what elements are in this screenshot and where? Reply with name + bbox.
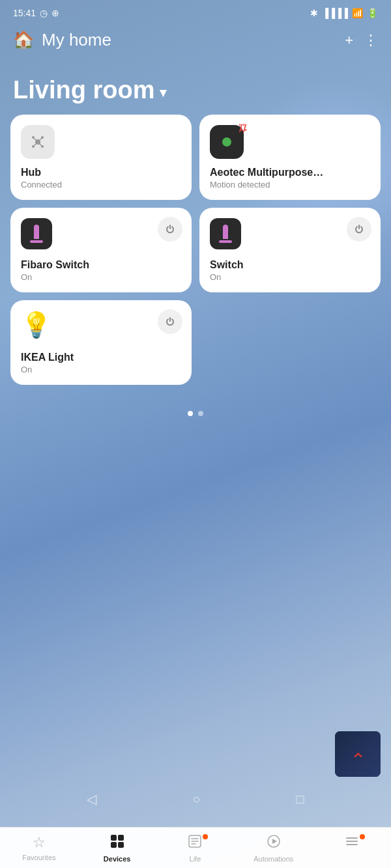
fibaro-icon-area: [21, 218, 181, 249]
wifi-icon: 📶: [352, 8, 363, 18]
life-label: Life: [190, 855, 201, 863]
svg-rect-11: [111, 842, 117, 848]
ikea-status: On: [21, 365, 181, 374]
switch-icon: [210, 218, 241, 249]
nav-item-life[interactable]: Life: [175, 834, 214, 863]
time-display: 15:41: [13, 8, 36, 18]
sync-icon: ⊕: [51, 8, 59, 18]
devices-label: Devices: [104, 855, 131, 863]
home-icon: 🏠: [13, 30, 34, 50]
aeotec-dot: [222, 137, 231, 147]
switch-info: Switch On: [210, 259, 370, 282]
switch-power-button[interactable]: [347, 217, 371, 242]
hub-status: Connected: [21, 180, 181, 189]
ikea-light-icon: 💡: [21, 311, 51, 339]
hub-icon: [21, 125, 55, 159]
automations-icon: [267, 834, 281, 852]
room-name: Living room: [13, 76, 154, 104]
nav-item-menu[interactable]: [332, 834, 371, 855]
aeotec-status: Motion detected: [210, 180, 370, 189]
pagination-dot-2: [198, 411, 203, 416]
thumb-arrow-icon: ⌃: [350, 749, 366, 772]
room-dropdown-icon[interactable]: ▾: [160, 85, 166, 100]
menu-button[interactable]: ⋮: [364, 32, 378, 49]
hub-name: Hub: [21, 167, 181, 178]
ikea-info: IKEA Light On: [21, 352, 181, 374]
switch-name: Switch: [210, 259, 370, 271]
menu-icon: [345, 834, 359, 852]
thumbnail-preview: ⌃: [335, 731, 381, 777]
menu-notification-dot: [360, 834, 365, 839]
device-grid: Hub Connected ⁒⁒ Aeotec Multipurpose… Mo…: [0, 115, 391, 385]
life-icon: [188, 834, 202, 852]
nav-item-automations[interactable]: Automations: [253, 834, 293, 863]
pagination-dot-1: [188, 411, 193, 416]
hub-icon-area: [21, 125, 181, 159]
aeotec-name: Aeotec Multipurpose…: [210, 167, 370, 178]
automations-label: Automations: [253, 855, 293, 863]
aeotec-icon-area: ⁒⁒: [210, 125, 370, 159]
bottom-navigation: ☆ Favourites Devices Life: [0, 827, 391, 868]
fibaro-status: On: [21, 272, 181, 282]
signal-icon: ▐▐▐▐: [322, 8, 348, 18]
switch-icon-area: [210, 218, 370, 249]
ikea-power-button[interactable]: [158, 309, 182, 334]
add-button[interactable]: +: [345, 32, 353, 49]
life-notification-dot: [203, 834, 208, 839]
favourites-label: Favourites: [22, 854, 55, 861]
back-button[interactable]: ◁: [87, 791, 96, 807]
aeotec-waves-icon: ⁒⁒: [239, 122, 246, 133]
battery-icon: 🔋: [367, 8, 378, 18]
fibaro-icon: [21, 218, 52, 249]
hub-info: Hub Connected: [21, 167, 181, 189]
svg-marker-18: [272, 839, 277, 844]
device-card-hub[interactable]: Hub Connected: [10, 115, 192, 200]
status-right: ✱ ▐▐▐▐ 📶 🔋: [310, 8, 378, 18]
device-card-switch[interactable]: Switch On: [199, 208, 381, 292]
device-card-aeotec[interactable]: ⁒⁒ Aeotec Multipurpose… Motion detected: [199, 115, 381, 200]
device-card-ikea[interactable]: 💡 IKEA Light On: [10, 300, 192, 385]
alarm-icon: ◷: [40, 8, 48, 18]
fibaro-info: Fibaro Switch On: [21, 259, 181, 282]
android-nav: ◁ ○ □: [0, 786, 391, 812]
aeotec-icon: ⁒⁒: [210, 125, 244, 159]
devices-icon: [110, 834, 124, 852]
fibaro-power-button[interactable]: [158, 217, 182, 242]
switch-status: On: [210, 272, 370, 282]
app-header: 🏠 My home + ⋮: [0, 23, 391, 63]
device-card-fibaro[interactable]: Fibaro Switch On: [10, 208, 192, 292]
nav-item-devices[interactable]: Devices: [98, 834, 137, 863]
aeotec-info: Aeotec Multipurpose… Motion detected: [210, 167, 370, 189]
ikea-icon-area: 💡: [21, 311, 181, 339]
bluetooth-icon: ✱: [310, 8, 318, 18]
nav-item-favourites[interactable]: ☆ Favourites: [20, 834, 59, 861]
fibaro-name: Fibaro Switch: [21, 259, 181, 271]
ikea-name: IKEA Light: [21, 352, 181, 363]
room-section: Living room ▾: [0, 63, 391, 115]
svg-rect-10: [118, 835, 124, 841]
home-title: My home: [42, 30, 111, 50]
status-bar: 15:41 ◷ ⊕ ✱ ▐▐▐▐ 📶 🔋: [0, 0, 391, 23]
svg-rect-9: [111, 835, 117, 841]
home-button[interactable]: ○: [192, 792, 200, 807]
pagination-dots: [0, 385, 391, 429]
header-left: 🏠 My home: [13, 30, 111, 50]
status-left: 15:41 ◷ ⊕: [13, 8, 59, 18]
svg-rect-12: [118, 842, 124, 848]
room-title[interactable]: Living room ▾: [13, 76, 378, 104]
header-right: + ⋮: [345, 32, 378, 49]
recents-button[interactable]: □: [296, 792, 304, 807]
favourites-icon: ☆: [33, 834, 46, 851]
